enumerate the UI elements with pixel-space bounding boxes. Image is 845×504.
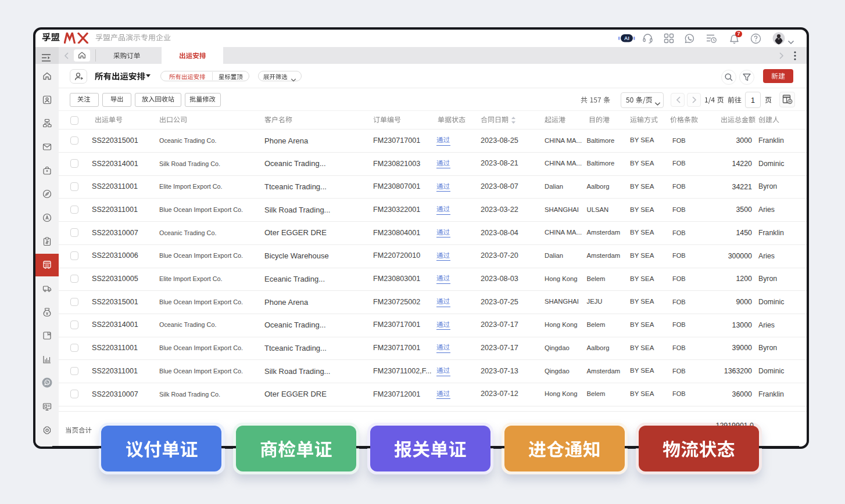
svg-text:AI: AI bbox=[624, 35, 629, 41]
